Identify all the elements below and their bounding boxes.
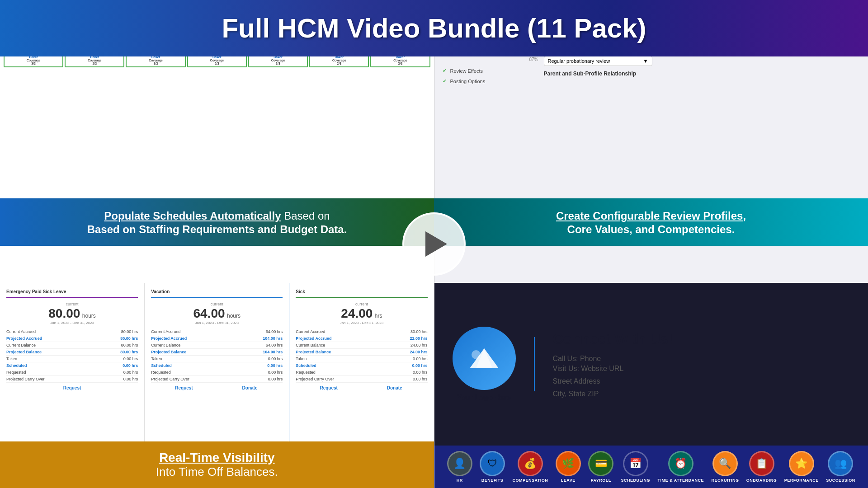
leave-row: Current Balance64.00 hrs (151, 342, 283, 349)
mountain-icon (466, 345, 502, 372)
recruiting-icon: 🔍 (712, 451, 738, 476)
sick-request-button[interactable]: Request (296, 385, 362, 390)
leave-row: Projected Carry Over0.00 hrs (151, 376, 283, 383)
play-triangle-icon (425, 231, 447, 257)
recruiting-label: RECRUITING (711, 478, 739, 483)
populate-schedules-text: Populate Schedules Automatically (104, 210, 281, 222)
street-address: Street Address (553, 377, 850, 385)
leave-row: Projected Carry Over0.00 hrs (6, 376, 138, 383)
leave-row-highlight: Scheduled0.00 hrs (6, 362, 138, 369)
leave-card-vacation: Vacation current 64.00 hours Jan 1, 2023… (145, 283, 289, 441)
module-compensation[interactable]: 💰 COMPENSATION (513, 451, 548, 483)
leave-row: Projected Carry Over0.00 hrs (296, 376, 427, 383)
title-band: Full HCM Video Bundle (11 Pack) (0, 0, 868, 56)
performance-icon: ⭐ (789, 451, 814, 476)
bottom-left-section: Emergency Paid Sick Leave current 80.00 … (0, 283, 434, 488)
time-attendance-icon: ⏰ (668, 451, 693, 476)
leave-row: Requested0.00 hrs (296, 369, 427, 376)
time-off-balances-text: Into Time Off Balances. (18, 465, 416, 479)
leave-row: Taken0.00 hrs (6, 356, 138, 362)
bottom-left-overlay: Real-Time Visibility Into Time Off Balan… (0, 441, 434, 488)
vacation-request-button[interactable]: Request (151, 385, 217, 390)
module-icons-row: 👤 HR 🛡 BENEFITS 💰 COMPENSATION 🌿 LEAVE 💳 (434, 446, 868, 488)
payroll-icon: 💳 (588, 451, 613, 476)
leave-row: Taken0.00 hrs (296, 356, 427, 362)
core-values-text: Core Values, and Competencies. (452, 223, 850, 236)
review-overlay-text: Create Configurable Review Profiles, Cor… (434, 198, 868, 246)
visit-us: Visit Us: Website URL (553, 365, 850, 373)
reason-value: Regular probationary review (548, 58, 610, 64)
sick-donate-button[interactable]: Donate (362, 385, 428, 390)
emergency-hours: current 80.00 hours Jan 1, 2023 - Dec 31… (6, 302, 138, 325)
payroll-label: PAYROLL (591, 478, 611, 483)
leave-card-sick: Sick current 24.00 hrs Jan 1, 2023 - Dec… (289, 283, 434, 441)
module-payroll[interactable]: 💳 PAYROLL (588, 451, 613, 483)
parent-sub-title: Parent and Sub-Profile Relationship (544, 70, 864, 77)
progress-label: 87% (439, 57, 538, 62)
leave-row-highlight: Projected Accrued80.00 hrs (6, 335, 138, 342)
module-hr[interactable]: 👤 HR (447, 451, 472, 483)
emergency-leave-title: Emergency Paid Sick Leave (6, 289, 138, 298)
succession-label: SUCCESSION (826, 478, 855, 483)
module-benefits[interactable]: 🛡 BENEFITS (480, 451, 505, 483)
bottom-right-section: Your Logo Here Connect With Us! Call Us:… (434, 283, 868, 488)
compensation-label: COMPENSATION (513, 478, 548, 483)
sick-title: Sick (296, 289, 427, 298)
leave-row-highlight: Projected Balance104.00 hrs (151, 349, 283, 356)
module-recruiting[interactable]: 🔍 RECRUITING (711, 451, 739, 483)
leave-row: Current Accrued80.00 hrs (296, 328, 427, 335)
benefits-icon: 🛡 (480, 451, 505, 476)
logo-area: Your Logo Here (453, 327, 516, 402)
leave-row: Requested0.00 hrs (151, 369, 283, 376)
leave-card-emergency: Emergency Paid Sick Leave current 80.00 … (0, 283, 145, 441)
vacation-title: Vacation (151, 289, 283, 298)
module-scheduling[interactable]: 📅 SCHEDULING (621, 451, 651, 483)
leave-row: Current Balance24.00 hrs (296, 342, 427, 349)
onboarding-label: ONBOARDING (746, 478, 777, 483)
staffing-requirements-text: Based on Staffing Requirements and Budge… (18, 223, 416, 236)
vacation-donate-button[interactable]: Donate (217, 385, 283, 390)
leave-row: Current Accrued80.00 hrs (6, 328, 138, 335)
sick-buttons: Request Donate (296, 383, 427, 390)
scheduling-label: SCHEDULING (621, 478, 651, 483)
request-button[interactable]: Request (6, 385, 138, 390)
connect-info: Connect With Us! Call Us: Phone Visit Us… (553, 331, 850, 398)
leave-row: Current Balance80.00 hrs (6, 342, 138, 349)
leave-row: Taken0.00 hrs (151, 356, 283, 362)
reason-select[interactable]: Regular probationary review ▼ (544, 56, 652, 66)
leave-row-highlight: Scheduled0.00 hrs (296, 362, 427, 369)
call-us: Call Us: Phone (553, 355, 850, 363)
leave-row-highlight: Scheduled0.00 hrs (151, 362, 283, 369)
hr-label: HR (457, 478, 463, 483)
module-onboarding[interactable]: 📋 ONBOARDING (746, 451, 777, 483)
logo-divider (534, 337, 535, 391)
check-icon: ✔ (443, 78, 447, 84)
leave-icon: 🌿 (556, 451, 581, 476)
module-performance[interactable]: ⭐ PERFORMANCE (784, 451, 819, 483)
schedule-overlay-text: Populate Schedules Automatically Based o… (0, 198, 434, 246)
benefits-label: BENEFITS (481, 478, 504, 483)
vacation-hours: current 64.00 hours Jan 1, 2023 - Dec 31… (151, 302, 283, 325)
succession-icon: 👥 (828, 451, 853, 476)
performance-label: PERFORMANCE (784, 478, 819, 483)
create-profiles-text: Create Configurable Review Profiles, (556, 210, 746, 222)
play-button[interactable] (402, 212, 466, 276)
module-leave[interactable]: 🌿 LEAVE (556, 451, 581, 483)
scheduling-icon: 📅 (623, 451, 648, 476)
time-attendance-label: TIME & ATTENDANCE (658, 478, 704, 483)
nav-review-effects[interactable]: ✔ Review Effects (439, 66, 538, 76)
leave-row-highlight: Projected Balance24.00 hrs (296, 349, 427, 356)
check-icon: ✔ (443, 68, 447, 74)
review-nav-items: ✔ Review Effects ✔ Posting Options (439, 66, 538, 86)
connect-title: Connect With Us! (553, 331, 850, 347)
leave-row: Requested0.00 hrs (6, 369, 138, 376)
svg-point-2 (472, 350, 481, 359)
leave-cards-container: Emergency Paid Sick Leave current 80.00 … (0, 283, 434, 441)
connect-section: Your Logo Here Connect With Us! Call Us:… (434, 283, 868, 446)
module-succession[interactable]: 👥 SUCCESSION (826, 451, 855, 483)
logo-text: Your Logo Here (457, 394, 511, 402)
hr-icon: 👤 (447, 451, 472, 476)
module-time-attendance[interactable]: ⏰ TIME & ATTENDANCE (658, 451, 704, 483)
nav-posting-options[interactable]: ✔ Posting Options (439, 76, 538, 86)
populate-schedules-sub: Based on (284, 210, 330, 222)
